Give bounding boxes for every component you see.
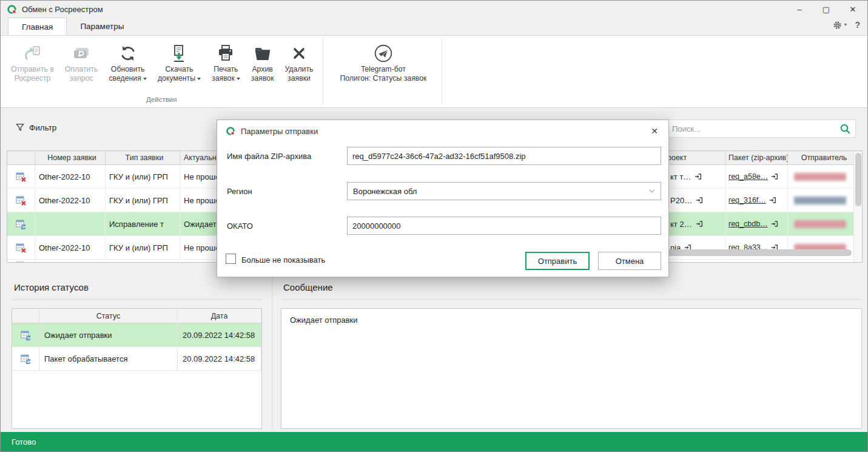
maximize-button[interactable]: ▢	[813, 1, 839, 18]
request-type: ГКУ и (или) ГРП	[106, 189, 180, 212]
open-package-icon[interactable]	[769, 196, 777, 204]
filter-funnel-icon	[15, 123, 25, 132]
gear-icon	[833, 21, 842, 30]
gear-dropdown-arrow-icon	[844, 24, 847, 25]
search-icon[interactable]	[839, 123, 850, 134]
history-date: 20.09.2022 14:42:58	[178, 323, 261, 346]
cancel-button[interactable]: Отмена	[598, 252, 661, 270]
open-package-icon[interactable]	[770, 220, 779, 228]
horizontal-scrollbar-thumb[interactable]	[664, 249, 852, 256]
request-number	[35, 212, 106, 235]
ribbon: Отправить в Росреестр Оплатить запрос Об…	[1, 35, 867, 108]
telegram-icon	[373, 42, 394, 65]
column-header-package[interactable]: Пакет (zip-архив)	[726, 151, 788, 164]
okato-label: ОКАТО	[227, 221, 253, 231]
status-sync-icon	[21, 330, 31, 340]
request-type: Исправление т	[106, 212, 180, 235]
ribbon-group-actions: Отправить в Росреестр Оплатить запрос Об…	[1, 36, 322, 107]
vertical-scrollbar[interactable]	[853, 151, 862, 262]
search-input[interactable]	[666, 124, 839, 133]
archive-folder-icon	[253, 42, 272, 65]
zip-filename-label: Имя файла ZIP-архива	[227, 152, 311, 161]
status-history-table: Статус Дата Ожидает отправки 20.09.2022 …	[12, 308, 262, 429]
request-project: кт т…	[670, 172, 691, 181]
package-link[interactable]: req_cbdb…	[728, 220, 768, 228]
request-sync-icon	[16, 219, 26, 229]
vertical-scrollbar-thumb[interactable]	[855, 153, 861, 206]
ribbon-group-label: Действия	[1, 96, 322, 107]
titlebar: Обмен с Росреестром – ▢ ✕	[1, 1, 867, 18]
package-link[interactable]: req_316f…	[728, 196, 766, 204]
window-title: Обмен с Росреестром	[22, 5, 103, 14]
ribbon-button-send-to-rosreestr: Отправить в Росреестр	[5, 38, 59, 96]
dialog-title: Параметры отправки	[241, 127, 318, 136]
history-date: 20.09.2022 14:42:58	[178, 347, 261, 370]
zip-filename-input[interactable]	[347, 147, 661, 165]
redacted-sender	[794, 197, 846, 204]
region-select-value: Воронежская обл	[353, 187, 417, 196]
ribbon-button-print-requests[interactable]: Печать заявок	[206, 38, 246, 96]
column-header-status-icon[interactable]	[7, 151, 35, 164]
open-package-icon[interactable]	[770, 172, 779, 181]
region-label: Регион	[227, 187, 252, 196]
region-select[interactable]: Воронежская обл	[347, 182, 661, 200]
panel-divider	[272, 277, 272, 430]
ribbon-button-download-documents[interactable]: Скачать документы	[152, 38, 206, 96]
search-box	[665, 120, 856, 138]
redacted-sender	[794, 173, 846, 181]
pay-request-icon	[72, 42, 91, 65]
send-parameters-dialog: Параметры отправки ✕ Имя файла ZIP-архив…	[217, 120, 669, 277]
redacted-sender	[794, 220, 846, 228]
ribbon-button-refresh-info[interactable]: Обновить сведения	[103, 38, 152, 96]
ribbon-button-archive-requests[interactable]: Архив заявок	[246, 38, 280, 96]
request-project: P20…	[670, 196, 692, 205]
ribbon-button-telegram-bot[interactable]: Telegram-бот Полигон: Статусы заявок	[329, 38, 437, 96]
app-logo-icon	[226, 126, 235, 136]
open-project-icon[interactable]	[695, 196, 704, 204]
history-column-icon	[12, 309, 39, 323]
dialog-close-button[interactable]: ✕	[648, 124, 661, 138]
dropdown-arrow-icon	[237, 78, 240, 80]
close-button[interactable]: ✕	[839, 1, 866, 18]
request-type: ГКУ и (или) ГРП	[106, 165, 180, 188]
column-header-type[interactable]: Тип заявки	[106, 151, 180, 164]
request-error-icon	[16, 261, 26, 263]
settings-gear-button[interactable]	[833, 21, 847, 30]
ribbon-button-pay-request: Оплатить запрос	[59, 38, 104, 96]
dont-show-again-checkbox[interactable]	[226, 254, 236, 264]
dropdown-arrow-icon	[143, 78, 147, 80]
tabstrip-icons: ?	[833, 20, 860, 30]
open-project-icon[interactable]	[694, 172, 702, 181]
status-bar: Готово	[1, 432, 867, 451]
message-panel-title: Сообщение	[283, 282, 333, 292]
package-link[interactable]: req_a58e…	[728, 172, 768, 181]
dialog-titlebar: Параметры отправки	[217, 120, 668, 142]
history-panel-rule	[12, 299, 262, 300]
history-status: Ожидает отправки	[39, 323, 178, 346]
help-button[interactable]: ?	[855, 20, 860, 30]
download-documents-icon	[169, 42, 189, 65]
window-controls: – ▢ ✕	[786, 1, 866, 18]
dont-show-again-label: Больше не показывать	[241, 255, 325, 265]
filter-button[interactable]: Фильтр	[15, 123, 56, 132]
filter-label: Фильтр	[29, 123, 56, 132]
history-column-status[interactable]: Статус	[39, 309, 178, 323]
app-logo-icon	[7, 4, 17, 15]
minimize-button[interactable]: –	[786, 1, 813, 18]
request-project: кт 2…	[670, 220, 692, 229]
ribbon-button-delete-requests[interactable]: Удалить заявки	[280, 38, 319, 96]
status-bar-text: Готово	[12, 437, 36, 447]
tab-params[interactable]: Параметры	[67, 18, 137, 35]
tab-main[interactable]: Главная	[8, 18, 67, 35]
print-icon	[216, 42, 235, 65]
okato-input[interactable]	[347, 217, 661, 235]
history-row[interactable]: Пакет обрабатывается 20.09.2022 14:42:58	[12, 347, 261, 371]
open-project-icon[interactable]	[695, 220, 704, 228]
ribbon-separator	[323, 39, 323, 104]
send-button[interactable]: Отправить	[525, 252, 590, 270]
history-column-date[interactable]: Дата	[178, 309, 261, 323]
request-error-icon	[16, 243, 26, 253]
column-header-sender[interactable]: Отправитель	[788, 151, 855, 164]
history-row-selected[interactable]: Ожидает отправки 20.09.2022 14:42:58	[12, 323, 261, 347]
column-header-number[interactable]: Номер заявки	[35, 151, 106, 164]
